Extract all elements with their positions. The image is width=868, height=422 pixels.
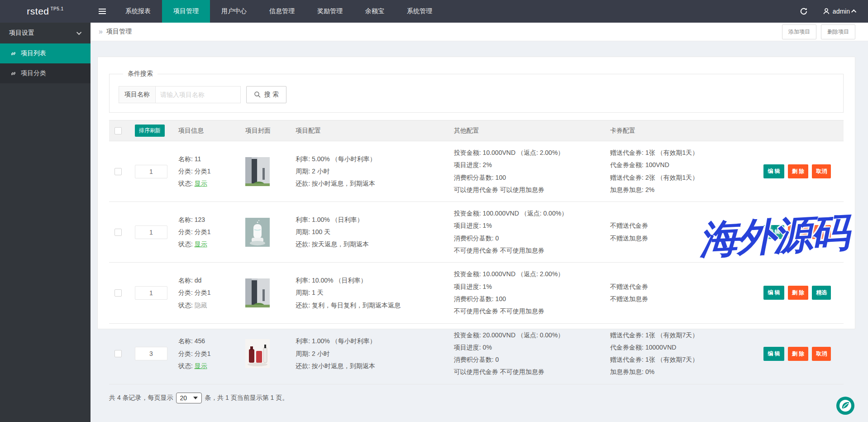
- project-config-cell: 利率: 1.00% （日利率） 周期: 100 天 还款: 按天返息，到期返本: [290, 202, 448, 263]
- repay-line: 还款: 按小时返息，到期返本: [296, 177, 443, 190]
- status-label: 状态:: [178, 362, 193, 369]
- status-link[interactable]: 显示: [195, 240, 207, 248]
- search-icon: [254, 91, 261, 98]
- sort-refresh-button[interactable]: 排序刷新: [135, 125, 165, 137]
- chevron-up-icon: [851, 10, 856, 14]
- project-name-label: 项目名称: [119, 86, 156, 103]
- edit-button[interactable]: 编 辑: [763, 286, 784, 300]
- breadcrumb-bar: » 项目管理 添加项目 删除项目: [91, 23, 868, 41]
- cancel-featured-button[interactable]: 取消: [812, 164, 831, 178]
- cancel-featured-button[interactable]: 取消: [812, 225, 831, 239]
- search-button[interactable]: 搜 索: [246, 86, 286, 103]
- top-nav: 系统报表 项目管理 用户中心 信息管理 奖励管理 余额宝 系统管理: [114, 0, 444, 23]
- sidebar-group-label: 项目设置: [9, 29, 34, 37]
- building-photo: [245, 157, 270, 186]
- sort-input[interactable]: [135, 165, 167, 178]
- period-line: 周期: 2 小时: [296, 348, 443, 360]
- coupon-config-cell: 不赠送代金券 不赠送加息券: [605, 263, 751, 323]
- col-other-config: 其他配置: [448, 120, 605, 141]
- row-checkbox[interactable]: [114, 229, 122, 236]
- cosmetics-photo: [245, 339, 270, 368]
- nav-item-info-manage[interactable]: 信息管理: [258, 0, 306, 23]
- row-checkbox[interactable]: [114, 168, 122, 175]
- delete-button[interactable]: 删 除: [788, 225, 808, 239]
- logo-text: rsted: [27, 6, 49, 17]
- project-config-cell: 利率: 5.00% （每小时利率） 周期: 2 小时 还款: 按小时返息，到期返…: [290, 141, 448, 202]
- delete-project-button[interactable]: 删除项目: [821, 24, 855, 39]
- status-link[interactable]: 隐藏: [195, 302, 207, 309]
- repay-line: 还款: 按天返息，到期返本: [296, 238, 443, 250]
- project-table: 排序刷新 项目信息 项目封面 项目配置 其他配置 卡券配置 名称: 11 分类:…: [109, 120, 844, 384]
- username: admin: [833, 8, 850, 15]
- rate-line: 利率: 5.00% （每小时利率）: [296, 153, 443, 165]
- sort-input[interactable]: [135, 225, 167, 239]
- col-project-info: 项目信息: [173, 120, 240, 141]
- menu-toggle-icon[interactable]: [91, 0, 114, 23]
- refresh-icon[interactable]: [791, 0, 816, 23]
- period-line: 周期: 100 天: [296, 226, 443, 238]
- rate-line: 利率: 1.00% （日利率）: [296, 214, 443, 226]
- edit-button[interactable]: 编 辑: [763, 164, 784, 178]
- sidebar: 项目设置 项目列表 项目分类: [0, 23, 91, 422]
- delete-button[interactable]: 删 除: [788, 164, 808, 178]
- cancel-featured-button[interactable]: 取消: [812, 347, 831, 361]
- sidebar-group-project-settings[interactable]: 项目设置: [0, 23, 91, 43]
- status-link[interactable]: 显示: [195, 180, 207, 187]
- select-all-checkbox[interactable]: [114, 127, 122, 134]
- status-label: 状态:: [178, 240, 193, 248]
- other-config-cell: 投资金额: 20.000VND （返点: 0.00%） 项目进度: 0% 消费积…: [448, 323, 605, 384]
- sidebar-item-project-list[interactable]: 项目列表: [0, 43, 91, 63]
- user-menu[interactable]: admin: [816, 0, 868, 23]
- nav-item-system-manage[interactable]: 系统管理: [396, 0, 444, 23]
- page-title: 项目管理: [106, 28, 132, 36]
- repay-line: 还款: 按小时返息，到期返本: [296, 360, 443, 372]
- leaf-logo-icon: [836, 397, 854, 415]
- other-config-cell: 投资金额: 100.000VND （返点: 0.00%） 项目进度: 1% 消费…: [448, 202, 605, 263]
- sidebar-item-project-category[interactable]: 项目分类: [0, 63, 91, 83]
- status-link[interactable]: 显示: [195, 362, 207, 369]
- project-category: 分类: 分类1: [178, 226, 234, 238]
- col-actions: [751, 120, 844, 141]
- page-size-value: 20: [180, 394, 187, 402]
- set-featured-button[interactable]: 精选: [812, 286, 831, 300]
- project-info-cell: 名称: dd 分类: 分类1 状态: 隐藏: [173, 263, 240, 323]
- delete-button[interactable]: 删 除: [788, 347, 808, 361]
- add-project-button[interactable]: 添加项目: [782, 24, 816, 39]
- row-checkbox[interactable]: [114, 289, 122, 297]
- delete-button[interactable]: 删 除: [788, 286, 808, 300]
- sidebar-item-label: 项目分类: [21, 69, 46, 77]
- table-row: 名称: dd 分类: 分类1 状态: 隐藏 利率: 10.00% （日利率） 周…: [109, 263, 844, 323]
- other-config-cell: 投资金额: 10.000VND （返点: 2.00%） 项目进度: 1% 消费积…: [448, 263, 605, 323]
- sort-input[interactable]: [135, 286, 167, 300]
- pagination: 共 4 条记录，每页显示 20 条，共 1 页当前显示第 1 页。: [109, 393, 844, 403]
- top-header: rstedTP5.1 系统报表 项目管理 用户中心 信息管理 奖励管理 余额宝 …: [0, 0, 868, 23]
- search-button-label: 搜 索: [264, 91, 279, 99]
- sidebar-item-label: 项目列表: [21, 49, 46, 58]
- floating-assistant-button[interactable]: [836, 397, 854, 415]
- project-list-card: 条件搜索 项目名称 搜 索 排序刷新 项目信息 项目封面 项目配置 其他: [97, 57, 855, 329]
- nav-item-yuebao[interactable]: 余额宝: [354, 0, 396, 23]
- nav-item-reward-manage[interactable]: 奖励管理: [306, 0, 354, 23]
- link-icon: [10, 50, 17, 57]
- row-checkbox[interactable]: [114, 350, 122, 357]
- edit-button[interactable]: 编 辑: [763, 347, 784, 361]
- user-icon: [823, 8, 830, 15]
- project-config-cell: 利率: 10.00% （日利率） 周期: 1 天 还款: 复利，每日复利，到期返…: [290, 263, 448, 323]
- project-category: 分类: 分类1: [178, 348, 234, 360]
- col-coupon-config: 卡券配置: [605, 120, 751, 141]
- project-category: 分类: 分类1: [178, 165, 234, 177]
- project-category: 分类: 分类1: [178, 287, 234, 299]
- nav-item-project-manage[interactable]: 项目管理: [162, 0, 210, 23]
- app-logo: rstedTP5.1: [0, 0, 91, 23]
- period-line: 周期: 2 小时: [296, 165, 443, 177]
- page-size-select[interactable]: 20: [176, 393, 202, 403]
- project-name: 名称: 456: [178, 335, 234, 347]
- edit-button[interactable]: 编 辑: [763, 225, 784, 239]
- chevron-down-icon: [193, 397, 198, 399]
- breadcrumb-arrow-icon: »: [99, 28, 103, 36]
- nav-item-system-report[interactable]: 系统报表: [114, 0, 162, 23]
- repay-line: 还款: 复利，每日复利，到期返本返息: [296, 299, 443, 312]
- nav-item-user-center[interactable]: 用户中心: [210, 0, 258, 23]
- sort-input[interactable]: [135, 347, 167, 360]
- project-name-input[interactable]: [156, 86, 241, 103]
